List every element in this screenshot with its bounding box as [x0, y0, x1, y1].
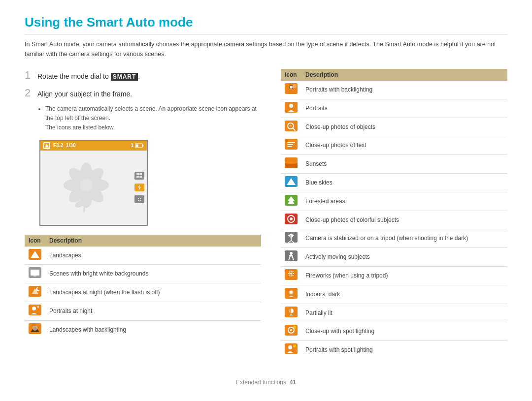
svg-rect-16: [139, 173, 142, 175]
right-desc-cell: Forested areas: [301, 192, 507, 211]
left-table-row: Landscapes at night (when the flash is o…: [25, 283, 261, 302]
svg-rect-48: [287, 142, 295, 143]
left-desc-cell: Landscapes with backlighting: [45, 320, 261, 339]
left-table-row: Landscapes with backlighting: [25, 320, 261, 339]
camera-battery-area: 1: [131, 143, 144, 148]
right-table-row: Fireworks (when using a tripod): [281, 266, 507, 285]
right-desc-cell: Close-up photos of text: [301, 136, 507, 155]
svg-rect-3: [136, 144, 138, 147]
step-2-number: 2: [25, 87, 33, 99]
right-table-row: Blue skies: [281, 173, 507, 192]
svg-point-91: [293, 326, 296, 329]
right-table-row: Close-up with spot lighting: [281, 322, 507, 341]
right-icon-cell: [281, 229, 301, 248]
right-desc-cell: Close-up with spot lighting: [301, 322, 507, 341]
step-1-text: Rotate the mode dial to SMART.: [37, 72, 140, 80]
left-desc-cell: Landscapes: [45, 247, 261, 265]
right-table-row: Portraits: [281, 99, 507, 118]
svg-point-85: [290, 291, 293, 294]
svg-rect-50: [287, 146, 292, 147]
right-desc-cell: Partially lit: [301, 304, 507, 322]
right-desc-cell: Indoors, dark: [301, 285, 507, 304]
camera-sidebar-icons: [132, 151, 147, 225]
camera-scene: [40, 151, 132, 225]
left-icon-cell: [25, 265, 45, 283]
left-table-col2-header: Description: [45, 235, 261, 247]
left-column: 1 Rotate the mode dial to SMART. 2 Align…: [25, 69, 261, 359]
right-icon-cell: [281, 341, 301, 359]
svg-point-21: [140, 198, 141, 199]
right-icon-cell: [281, 248, 301, 267]
right-icon-cell: [281, 99, 301, 118]
right-desc-cell: Close-up photos of colorful subjects: [301, 211, 507, 229]
flower-illustration: [57, 158, 116, 217]
svg-rect-26: [33, 276, 36, 277]
left-desc-cell: Portraits at night: [45, 302, 261, 320]
svg-point-94: [293, 344, 296, 347]
camera-aperture: F3.2: [53, 143, 63, 148]
right-desc-cell: Sunsets: [301, 155, 507, 174]
right-desc-cell: Blue skies: [301, 173, 507, 192]
right-icon-cell: [281, 322, 301, 341]
bullet-list: The camera automatically selects a scene…: [39, 104, 261, 133]
right-table-row: Close-up photos of text: [281, 136, 507, 155]
svg-point-30: [37, 287, 40, 290]
svg-rect-25: [31, 270, 39, 276]
right-table-row: Actively moving subjects: [281, 248, 507, 267]
flash-icon: [136, 185, 142, 190]
right-table-row: Partially lit: [281, 304, 507, 322]
grid-icon: [136, 173, 142, 178]
svg-point-93: [288, 345, 292, 349]
step-2: 2 Align your subject in the frame.: [25, 87, 261, 99]
right-icon-table: Icon Description Portraits with backligh…: [281, 69, 507, 359]
right-icon-cell: [281, 285, 301, 304]
camera-shutter: 1/30: [66, 143, 75, 148]
left-table-row: Landscapes: [25, 247, 261, 265]
svg-point-42: [289, 104, 293, 108]
right-icon-cell: [281, 136, 301, 155]
svg-rect-15: [136, 173, 139, 175]
right-table-row: Portraits with backlighting: [281, 81, 507, 99]
right-desc-cell: Fireworks (when using a tripod): [301, 266, 507, 285]
left-icon-cell: [25, 283, 45, 302]
svg-point-74: [290, 273, 292, 275]
left-desc-cell: Landscapes at night (when the flash is o…: [45, 283, 261, 302]
right-icon-cell: [281, 173, 301, 192]
page-title: Using the Smart Auto mode: [25, 15, 507, 34]
step-1-number: 1: [25, 69, 33, 82]
right-table-row: Close-up photos of colorful subjects: [281, 211, 507, 229]
footer-text: Extended functions: [236, 379, 286, 386]
svg-point-20: [138, 198, 139, 199]
step-1: 1 Rotate the mode dial to SMART.: [25, 69, 261, 82]
bullet-item-1: The camera automatically selects a scene…: [45, 104, 261, 133]
right-table-row: Sunsets: [281, 155, 507, 174]
left-icon-cell: [25, 247, 45, 265]
svg-marker-19: [138, 185, 141, 190]
smart-label: SMART: [111, 73, 138, 81]
right-table-col2-header: Description: [301, 69, 507, 81]
left-icon-cell: [25, 320, 45, 339]
svg-rect-18: [139, 176, 142, 178]
left-desc-cell: Scenes with bright white backgrounds: [45, 265, 261, 283]
right-icon-cell: [281, 155, 301, 174]
intro-text: In Smart Auto mode, your camera automati…: [25, 39, 507, 59]
battery-icon: [135, 143, 144, 148]
svg-point-59: [290, 217, 293, 220]
left-icon-cell: [25, 302, 45, 320]
left-table-col1-header: Icon: [25, 235, 45, 247]
svg-rect-49: [287, 144, 293, 145]
left-table-row: Portraits at night: [25, 302, 261, 320]
camera-viewfinder: F3.2 1/30 1: [39, 140, 148, 226]
right-desc-cell: Portraits: [301, 99, 507, 118]
right-column: Icon Description Portraits with backligh…: [281, 69, 507, 359]
right-desc-cell: Actively moving subjects: [301, 248, 507, 267]
svg-point-40: [293, 84, 297, 88]
svg-point-90: [290, 329, 292, 331]
svg-point-32: [32, 307, 36, 310]
right-table-row: Close-up photos of objects: [281, 118, 507, 136]
left-icon-table: Icon Description Landscapes Scenes with …: [25, 235, 261, 339]
right-icon-cell: [281, 81, 301, 99]
content-area: 1 Rotate the mode dial to SMART. 2 Align…: [25, 69, 507, 359]
page-number: 41: [290, 379, 296, 386]
right-icon-cell: [281, 304, 301, 322]
